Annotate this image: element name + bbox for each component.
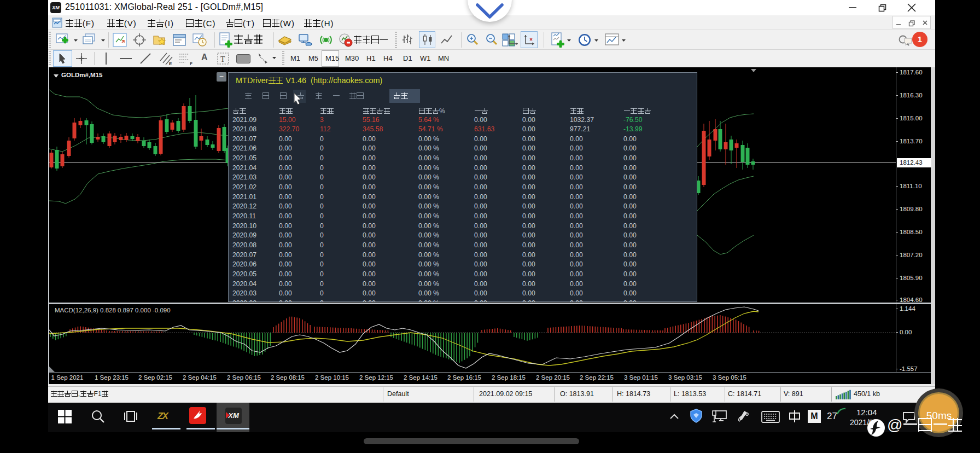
svg-text:T: T: [220, 55, 225, 63]
svg-text:E: E: [169, 61, 172, 66]
svg-text:F: F: [190, 61, 192, 66]
